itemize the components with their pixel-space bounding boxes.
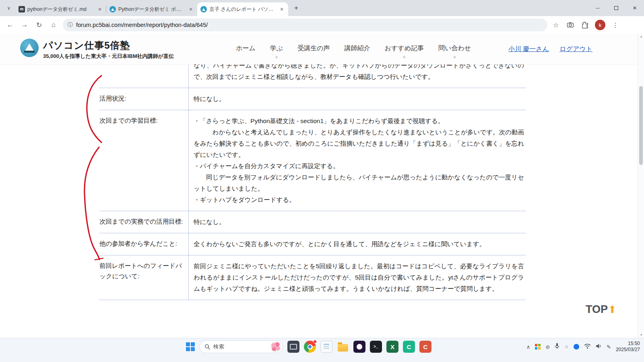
profile-avatar[interactable]: k: [595, 20, 605, 30]
close-window-button[interactable]: ✕: [625, 0, 644, 16]
tab-search-icon[interactable]: ∨: [3, 2, 14, 14]
nav-label: 学ぶ: [270, 45, 283, 51]
tab-close-icon[interactable]: ✕: [97, 6, 103, 12]
maximize-button[interactable]: [607, 0, 625, 16]
scrollbar-thumb[interactable]: [639, 86, 643, 165]
blue-app-tray-icon[interactable]: [574, 344, 579, 350]
nav-item-home[interactable]: ホーム: [236, 40, 256, 58]
taskbar-center-icons: 検索 >_ X C C: [186, 340, 431, 353]
clock-date: 2025/03/27: [616, 347, 640, 353]
excel-icon[interactable]: X: [386, 341, 398, 353]
browser-tab-3-active[interactable]: 京子 さんのレポート パソコン仕事 5 ✕: [197, 2, 288, 16]
extensions-puzzle-icon[interactable]: [580, 21, 589, 29]
windows-taskbar: 検索 >_ X C C ∧ ⊘ ✕: [0, 338, 644, 362]
nav-item-voices[interactable]: 受講生の声: [297, 40, 330, 58]
start-button[interactable]: [186, 342, 195, 351]
tab-title: Pythonデータ分析ゼミ ポータルトッ: [118, 6, 185, 13]
app-letter-glyph: C: [407, 343, 411, 350]
chrome-core: [308, 344, 313, 350]
scroll-to-top-button[interactable]: TOP ⬆: [586, 303, 617, 316]
up-arrow-icon: ⬆: [608, 304, 617, 315]
row-value: 前回ジェミニ様にやっていただいたことを5回繰り返しました。最初はコードはコピペし…: [188, 255, 526, 300]
chevron-down-icon: ∨: [453, 55, 456, 59]
browser-toolbar: ← → ↻ ⌂ ⓘ forum.pc5bai.com/member/report…: [0, 16, 644, 34]
microphone-icon[interactable]: [555, 343, 559, 351]
taskbar-clock[interactable]: 15:50 2025/03/27: [616, 341, 640, 353]
url-text: forum.pc5bai.com/member/report/python-da…: [76, 22, 208, 28]
blocked-status-icon[interactable]: ⊘: [545, 344, 550, 350]
camera-icon-svg: [567, 21, 574, 29]
search-seasonal-image[interactable]: [270, 341, 281, 352]
tab-close-icon[interactable]: ✕: [188, 6, 194, 12]
notification-badge: [313, 340, 317, 343]
camera-capture-icon[interactable]: [566, 21, 575, 29]
puzzle-icon-svg: [581, 21, 588, 29]
widgets-grid-icon[interactable]: [535, 344, 541, 350]
excel-letter-glyph: X: [390, 343, 394, 350]
site-subtitle: 35,000人を指導した東大卒・元日本IBM社内講師が直伝: [43, 53, 174, 60]
system-tray: ∧ ⊘ ✕ ✎ 15:50 2025/03/27: [526, 340, 640, 353]
speaker-icon[interactable]: [596, 343, 602, 350]
table-row-previous-feedback: 前回レポートへのフィードバックについて: 前回ジェミニ様にやっていただいたことを…: [99, 255, 526, 300]
row-value: ・「さらっと学ぶ、Python基礎文法 - section1」をあまりこだわらず…: [188, 110, 526, 211]
user-profile-link[interactable]: 小川 慶一さん: [508, 45, 549, 53]
red-c-app-icon[interactable]: C: [419, 341, 431, 353]
wifi-icon[interactable]: [584, 343, 591, 350]
row-label: 次回までの実務での活用目標:: [99, 211, 188, 233]
address-bar[interactable]: ⓘ forum.pc5bai.com/member/report/python-…: [63, 19, 547, 31]
file-explorer-icon[interactable]: [337, 341, 349, 353]
site-title[interactable]: パソコン仕事5倍塾: [43, 39, 130, 52]
pen-input-icon[interactable]: ✎: [607, 344, 611, 350]
row-label: 活用状況:: [99, 88, 188, 110]
desktop-screen: ∨ m pythonデータ分析ゼミ.md ✕ Pythonデータ分析ゼミ ポータ…: [0, 0, 644, 362]
chrome-icon[interactable]: [304, 341, 316, 353]
site-info-icon[interactable]: ⓘ: [68, 21, 73, 29]
nav-label: 受講生の声: [297, 45, 330, 51]
teal-c-app-icon[interactable]: C: [403, 341, 415, 353]
notepad-icon[interactable]: [320, 341, 332, 353]
maximize-icon: [614, 6, 618, 10]
scroll-down-arrow-icon[interactable]: ▼: [638, 332, 644, 338]
task-view-icon[interactable]: [287, 341, 299, 353]
site-favicon-icon: [109, 6, 116, 12]
tab-close-icon[interactable]: ✕: [279, 6, 285, 12]
site-favicon-icon: [200, 6, 207, 12]
table-row-usage-status: 活用状況: 特になし。: [99, 88, 526, 110]
browser-tab-1[interactable]: m pythonデータ分析ゼミ.md ✕: [15, 2, 106, 16]
minimize-button[interactable]: ─: [588, 0, 607, 16]
chevron-down-icon: ∨: [275, 55, 278, 59]
scroll-up-arrow-icon[interactable]: ▲: [638, 34, 644, 39]
row-value: 特になし。: [188, 211, 526, 233]
terminal-icon[interactable]: >_: [370, 341, 382, 353]
toolbar-right-icons: ☆ k ⋮: [551, 20, 620, 30]
table-row-next-learning-goals: 次回までの学習目標: ・「さらっと学ぶ、Python基礎文法 - section…: [99, 110, 526, 211]
chevron-down-icon: ∨: [403, 55, 406, 59]
bookmark-star-icon[interactable]: ☆: [551, 21, 560, 29]
taskbar-search-box[interactable]: 検索: [199, 340, 283, 353]
nav-item-contact[interactable]: 問い合わせ∨: [438, 40, 471, 58]
dismiss-icon[interactable]: ✕: [564, 344, 569, 350]
browser-tab-2[interactable]: Pythonデータ分析ゼミ ポータルトッ ✕: [106, 2, 197, 16]
browser-tab-strip: ∨ m pythonデータ分析ゼミ.md ✕ Pythonデータ分析ゼミ ポータ…: [0, 0, 644, 16]
site-logo-icon[interactable]: [20, 39, 39, 57]
forward-button[interactable]: →: [19, 19, 31, 31]
nav-item-instructors[interactable]: 講師紹介: [345, 40, 370, 58]
tab-title: pythonデータ分析ゼミ.md: [27, 6, 94, 13]
report-table: 活用状況への自己評価: ★★★★★★★★ 学んだこと: 「さらっと学ぶ、Pyth…: [99, 34, 526, 300]
new-tab-button[interactable]: +: [291, 3, 302, 14]
row-label: 他の参加者から学んだこと:: [99, 233, 188, 255]
mic-icon-svg: [555, 343, 559, 349]
nav-label: おすすめ記事: [385, 45, 424, 51]
refresh-button[interactable]: ↻: [33, 19, 45, 31]
nav-item-articles[interactable]: おすすめ記事∨: [385, 40, 424, 58]
page-scrollbar[interactable]: ▲ ▼: [638, 34, 644, 338]
home-button[interactable]: ⌂: [47, 19, 60, 31]
github-desktop-icon[interactable]: [353, 341, 365, 353]
nav-item-learn[interactable]: 学ぶ∨: [270, 40, 283, 58]
logout-link[interactable]: ログアウト: [559, 45, 592, 53]
back-button[interactable]: ←: [4, 19, 16, 31]
clock-time: 15:50: [616, 341, 640, 347]
member-links: 小川 慶一さん ログアウト: [508, 34, 592, 64]
browser-menu-icon[interactable]: ⋮: [611, 21, 620, 29]
hidden-icons-chevron[interactable]: ∧: [526, 344, 530, 350]
